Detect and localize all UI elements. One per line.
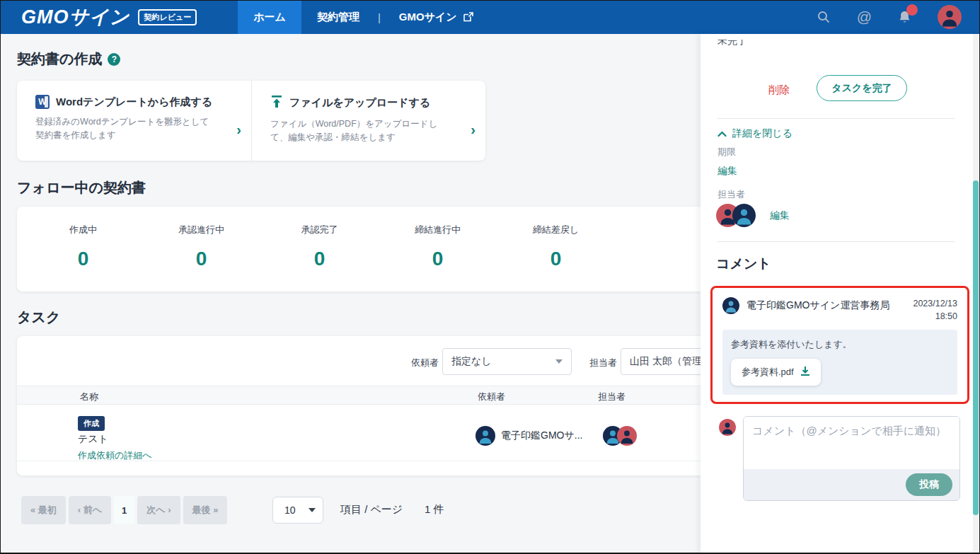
word-file-icon: W (35, 95, 50, 109)
assignee-filter-value: 山田 太郎（管理 (630, 355, 702, 368)
status-clipped-text: 未完了 (717, 40, 747, 50)
notification-dot (906, 4, 918, 16)
attachment-filename: 参考資料.pdf (742, 366, 794, 379)
follow-section-title: フォロー中の契約書 (17, 178, 146, 197)
page-size-value: 10 (284, 504, 296, 516)
comment-textarea[interactable] (744, 417, 959, 469)
pagination-next-button[interactable]: 次へ › (137, 496, 180, 524)
task-name: テスト (78, 433, 108, 446)
word-card-desc: 登録済みのWordテンプレートを雛形として契約書を作成します (35, 115, 211, 143)
assignee-cell (603, 426, 623, 449)
highlighted-comment: 電子印鑑GMOサイン運営事務局 2023/12/13 18:50 参考資料を添付… (710, 286, 969, 404)
task-title-text: タスク (17, 308, 60, 327)
comment-time: 18:50 (913, 310, 957, 323)
caret-down-icon (555, 359, 563, 364)
upload-icon (270, 95, 283, 111)
divider (717, 118, 955, 119)
stat-value[interactable]: 0 (260, 248, 379, 270)
search-icon[interactable] (816, 9, 831, 25)
comment-author-avatar (722, 297, 739, 314)
divider (717, 241, 955, 242)
deadline-label: 期限 (717, 146, 736, 158)
requester-filter-label: 依頼者 (411, 357, 439, 369)
comment-input-box: 投稿 (743, 416, 960, 501)
stat-label: 承認完了 (260, 224, 379, 236)
external-link-icon (463, 11, 474, 23)
logo-badge: 契約レビュー (138, 9, 197, 25)
panel-scrollbar-thumb[interactable] (973, 180, 979, 515)
top-navbar: GMOサイン 契約レビュー ホーム 契約管理 | GMOサイン @ (0, 0, 980, 34)
delete-button[interactable]: 削除 (768, 83, 790, 97)
stat-value[interactable]: 0 (142, 248, 260, 270)
pagination-prev-button[interactable]: ‹ 前へ (69, 496, 111, 524)
help-icon[interactable]: ? (108, 53, 120, 66)
pagination-first-button[interactable]: « 最初 (21, 496, 66, 524)
current-user-avatar (719, 419, 736, 436)
close-details-label: 詳細を閉じる (732, 127, 792, 140)
requester-cell: 電子印鑑GMOサ... (475, 426, 582, 446)
assignee-avatars (716, 204, 739, 228)
stat-conclusion-in-progress: 締結進行中 0 (379, 224, 497, 270)
follow-title-text: フォロー中の契約書 (17, 178, 146, 197)
per-page-label: 項目 / ページ (340, 503, 403, 517)
total-count: 1 件 (425, 503, 444, 517)
task-detail-panel: 未完了 削除 タスクを完了 詳細を閉じる 期限 編集 担当者 編集 コメント 電… (701, 34, 980, 554)
comment-body: 参考資料を添付いたします。 参考資料.pdf (722, 330, 957, 395)
create-title-text: 契約書の作成 (17, 50, 102, 69)
requester-filter-select[interactable]: 指定なし (442, 348, 572, 375)
requester-filter-value: 指定なし (451, 355, 492, 368)
chevron-right-icon: › (236, 122, 241, 138)
tab-gmo-sign-label: GMOサイン (399, 11, 457, 24)
pagination: « 最初 ‹ 前へ 1 次へ › 最後 » (21, 496, 227, 524)
stat-value[interactable]: 0 (497, 248, 615, 270)
stat-value[interactable]: 0 (24, 248, 142, 270)
pagination-current-page[interactable]: 1 (114, 496, 134, 524)
post-comment-button[interactable]: 投稿 (906, 473, 952, 496)
close-details-link[interactable]: 詳細を閉じる (717, 127, 792, 140)
pagination-last-button[interactable]: 最後 » (183, 496, 228, 524)
upload-card-desc: ファイル（Word/PDF）をアップロードして、編集や承認・締結をします (270, 117, 446, 145)
stat-value[interactable]: 0 (379, 248, 497, 270)
col-assignee: 担当者 (598, 391, 626, 403)
word-card-title: Wordテンプレートから作成する (56, 96, 212, 109)
stat-in-creation: 作成中 0 (24, 224, 142, 270)
comment-input-footer: 投稿 (744, 469, 959, 500)
nav-tabs: ホーム 契約管理 | GMOサイン (238, 0, 490, 34)
col-requester: 依頼者 (478, 391, 505, 403)
upload-card-title: ファイルをアップロードする (289, 96, 430, 110)
col-name: 名称 (80, 391, 98, 403)
tab-home[interactable]: ホーム (238, 0, 301, 34)
requester-name: 電子印鑑GMOサ... (501, 429, 582, 442)
tab-gmo-sign-external[interactable]: GMOサイン (384, 0, 490, 34)
create-section-title: 契約書の作成 ? (17, 50, 120, 69)
create-options-card: W Wordテンプレートから作成する 登録済みのWordテンプレートを雛形として… (17, 81, 485, 161)
stat-label: 作成中 (24, 224, 142, 236)
comments-title: コメント (716, 255, 771, 273)
stat-label: 締結差戻し (497, 224, 615, 236)
task-type-badge: 作成 (78, 416, 105, 431)
tab-contract-management[interactable]: 契約管理 (301, 0, 375, 34)
deadline-edit-link[interactable]: 編集 (717, 165, 737, 178)
app-logo: GMOサイン (21, 4, 129, 30)
assignee-edit-link[interactable]: 編集 (770, 209, 790, 222)
comment-timestamp: 2023/12/13 18:50 (913, 297, 957, 323)
page-size-select[interactable]: 10 (272, 497, 323, 524)
attachment-chip[interactable]: 参考資料.pdf (731, 359, 821, 386)
assignee-avatar-red (617, 426, 637, 446)
assignee-label: 担当者 (717, 188, 745, 201)
complete-task-button[interactable]: タスクを完了 (817, 75, 907, 101)
stat-label: 締結進行中 (379, 224, 497, 236)
user-avatar[interactable] (938, 5, 962, 29)
create-from-word-template[interactable]: W Wordテンプレートから作成する 登録済みのWordテンプレートを雛形として… (17, 81, 251, 161)
task-detail-link[interactable]: 作成依頼の詳細へ (78, 449, 152, 462)
assignee-filter-label: 担当者 (589, 357, 617, 369)
comment-author-name: 電子印鑑GMOサイン運営事務局 (746, 299, 889, 312)
comment-date: 2023/12/13 (913, 297, 957, 310)
notifications-bell-icon[interactable] (897, 9, 912, 25)
comment-input-row: 投稿 (719, 416, 960, 501)
mention-icon[interactable]: @ (857, 8, 872, 25)
stat-approval-complete: 承認完了 0 (260, 224, 379, 270)
assignee-avatar-navy (732, 204, 756, 227)
upload-file-option[interactable]: ファイルをアップロードする ファイル（Word/PDF）をアップロードして、編集… (251, 81, 485, 161)
caret-down-icon (309, 508, 316, 512)
